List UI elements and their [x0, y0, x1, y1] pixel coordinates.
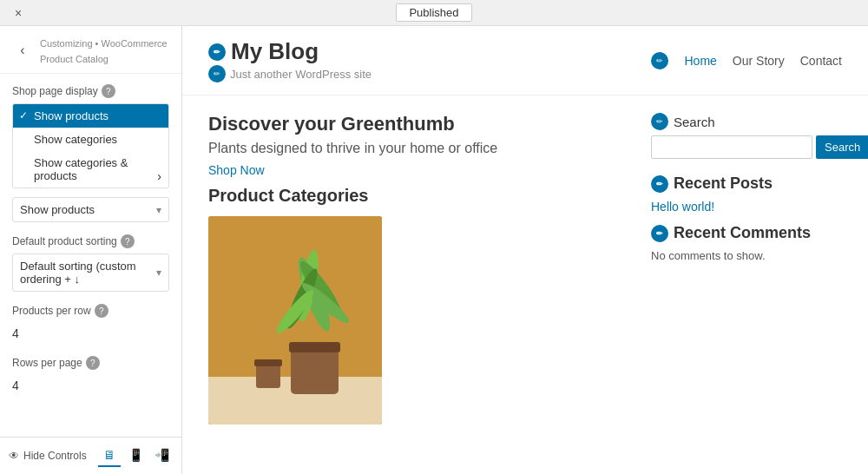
site-tagline: Just another WordPress site: [208, 65, 372, 82]
recent-comments-title: Recent Comments: [651, 224, 842, 242]
chevron-down-icon: ▾: [156, 204, 161, 216]
main-container: ‹ Customizing • WooCommerce Product Cata…: [0, 26, 868, 474]
page-title: Product Catalog: [40, 54, 108, 64]
default-sorting-section: Default product sorting ? Default sortin…: [12, 234, 169, 292]
shop-display-select[interactable]: Show products ▾: [12, 197, 169, 222]
products-per-row-section: Products per row ? 4: [12, 304, 169, 344]
edit-recent-comments-icon[interactable]: [651, 225, 668, 242]
rows-per-page-value: 4: [12, 375, 169, 396]
search-widget: Search Search: [651, 113, 842, 159]
rows-per-page-section: Rows per page ? 4: [12, 356, 169, 396]
search-button[interactable]: Search: [816, 135, 868, 159]
shop-display-dropdown: Show products Show categories Show categ…: [12, 103, 169, 188]
recent-post-link[interactable]: Hello world!: [651, 200, 842, 214]
dropdown-option-show-products[interactable]: Show products: [13, 104, 168, 128]
svg-rect-5: [289, 342, 340, 352]
edit-tagline-icon[interactable]: [208, 65, 226, 82]
wp-main-content: Discover your Greenthumb Plants designed…: [208, 113, 625, 425]
shop-page-display-section: Shop page display ? Show products Show c…: [12, 84, 169, 222]
help-icon-rows[interactable]: ?: [86, 356, 100, 370]
back-button[interactable]: ‹: [12, 40, 33, 61]
nav-item-ourstory[interactable]: Our Story: [733, 54, 785, 68]
chevron-down-icon-sorting: ▾: [156, 267, 161, 279]
wp-header: My Blog Just another WordPress site Home…: [182, 26, 868, 95]
top-bar: × Published: [0, 0, 868, 26]
site-branding: My Blog Just another WordPress site: [208, 38, 372, 82]
device-switcher: 🖥 📱 📲: [98, 444, 173, 467]
product-image: [208, 216, 382, 425]
sidebar-header: ‹ Customizing • WooCommerce Product Cata…: [0, 26, 181, 74]
recent-posts-widget: Recent Posts Hello world!: [651, 174, 842, 214]
recent-posts-title: Recent Posts: [651, 174, 842, 193]
edit-recent-posts-icon[interactable]: [651, 175, 668, 193]
sidebar-bottom: 👁 Hide Controls 🖥 📱 📲: [0, 437, 181, 474]
wp-sidebar-right: Search Search Recent Posts Hell: [651, 113, 842, 425]
search-input[interactable]: [651, 135, 812, 159]
recent-comments-text: No comments to show.: [651, 249, 842, 262]
desktop-view-button[interactable]: 🖥: [98, 444, 121, 467]
published-status: Published: [396, 3, 471, 22]
products-per-row-value: 4: [12, 323, 169, 344]
tablet-view-button[interactable]: 📱: [124, 444, 147, 467]
shop-page-display-label: Shop page display ?: [12, 84, 169, 98]
search-row: Search: [651, 135, 842, 159]
dropdown-option-show-categories-products[interactable]: Show categories & products: [13, 151, 168, 188]
discover-subheading: Plants designed to thrive in your home o…: [208, 141, 625, 156]
help-icon-per-row[interactable]: ?: [95, 304, 108, 318]
products-per-row-label: Products per row ?: [12, 304, 169, 318]
hide-controls-button[interactable]: 👁 Hide Controls: [9, 450, 87, 462]
help-icon-sorting[interactable]: ?: [121, 234, 135, 248]
edit-site-title-icon[interactable]: [208, 43, 226, 61]
preview-area: My Blog Just another WordPress site Home…: [182, 26, 868, 474]
recent-comments-widget: Recent Comments No comments to show.: [651, 224, 842, 262]
rows-per-page-label: Rows per page ?: [12, 356, 169, 370]
edit-nav-icon[interactable]: [651, 52, 668, 69]
sidebar-breadcrumb: Customizing • WooCommerce Product Catalo…: [40, 35, 169, 66]
nav-item-contact[interactable]: Contact: [800, 54, 842, 68]
wp-content: Discover your Greenthumb Plants designed…: [182, 95, 868, 442]
product-categories-title: Product Categories: [208, 186, 625, 206]
close-icon[interactable]: ×: [10, 5, 26, 21]
mobile-view-button[interactable]: 📲: [150, 444, 173, 467]
svg-rect-4: [291, 346, 339, 394]
discover-heading: Discover your Greenthumb: [208, 113, 625, 135]
preview-frame: My Blog Just another WordPress site Home…: [182, 26, 868, 474]
default-sorting-select[interactable]: Default sorting (custom ordering + ↓ ▾: [12, 253, 169, 292]
customizer-sidebar: ‹ Customizing • WooCommerce Product Cata…: [0, 26, 182, 474]
shop-now-link[interactable]: Shop Now: [208, 163, 625, 177]
sidebar-body: Shop page display ? Show products Show c…: [0, 74, 181, 437]
help-icon-shop[interactable]: ?: [102, 84, 115, 98]
default-sorting-label: Default product sorting ?: [12, 234, 169, 248]
wp-nav: Home Our Story Contact: [651, 52, 842, 69]
search-widget-title: Search: [651, 113, 842, 130]
nav-item-home[interactable]: Home: [684, 54, 716, 68]
dropdown-option-show-categories[interactable]: Show categories: [13, 128, 168, 151]
breadcrumb-text: Customizing • WooCommerce: [40, 38, 168, 49]
svg-rect-3: [254, 359, 282, 366]
edit-search-icon[interactable]: [651, 113, 668, 130]
eye-icon: 👁: [9, 450, 19, 462]
site-title: My Blog: [208, 38, 372, 65]
